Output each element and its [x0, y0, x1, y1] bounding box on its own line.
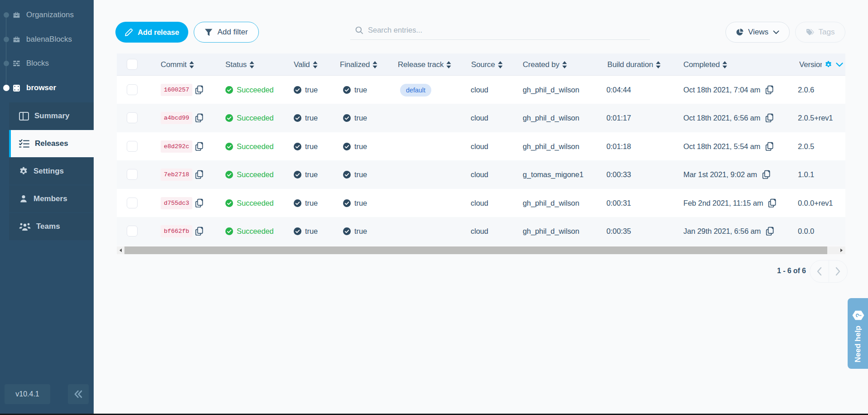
svg-text:?: ? — [854, 313, 862, 318]
